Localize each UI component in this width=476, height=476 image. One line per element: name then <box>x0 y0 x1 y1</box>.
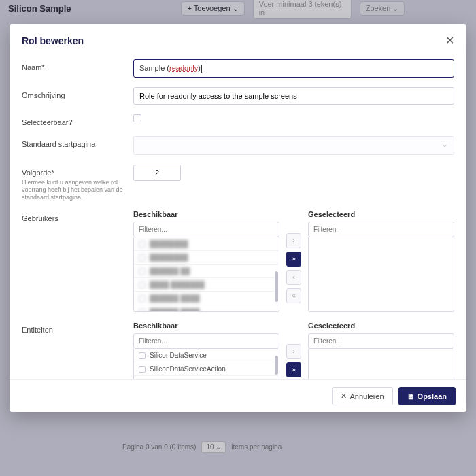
list-item[interactable]: ██████ ████ <box>134 292 279 305</box>
label-default-start: Standaard startpagina <box>22 136 124 148</box>
modal-body: Naam Sample (readonly) Omschrijving Sele… <box>10 54 466 379</box>
entities-dual-list: Beschikbaar SiliconDataService SiliconDa… <box>133 322 454 379</box>
save-button[interactable]: 🗎 Opslaan <box>398 387 456 405</box>
label-selectable: Selecteerbaar? <box>22 114 124 126</box>
modal-title: Rol bewerken <box>22 35 84 46</box>
label-entities: Entiteiten <box>22 322 124 334</box>
users-selected-filter[interactable] <box>308 222 454 237</box>
list-item[interactable]: ████████ <box>134 237 279 251</box>
description-field[interactable] <box>133 87 454 105</box>
entities-selected-title: Geselecteerd <box>308 322 454 330</box>
users-available-list[interactable]: ████████ ████████ ██████ ██ ████ ███████… <box>133 237 279 312</box>
name-typo: readonly <box>169 64 198 72</box>
users-dual-list: Beschikbaar ████████ ████████ ██████ ██ … <box>133 210 454 312</box>
order-field[interactable] <box>133 165 181 181</box>
move-all-left-button[interactable]: « <box>286 288 301 303</box>
entities-selected-list[interactable] <box>308 349 454 379</box>
scrollbar[interactable] <box>275 356 278 375</box>
modal-header: Rol bewerken ✕ <box>10 24 466 54</box>
label-users: Gebruikers <box>22 210 124 222</box>
move-left-button[interactable]: ‹ <box>286 270 301 285</box>
entities-selected-filter[interactable] <box>308 333 454 349</box>
move-right-button[interactable]: › <box>286 344 301 359</box>
list-item[interactable]: ██████ ██ <box>134 265 279 278</box>
move-right-button[interactable]: › <box>286 233 301 248</box>
order-hint: Hiermee kunt u aangeven welke rol voorra… <box>22 179 124 201</box>
edit-role-modal: Rol bewerken ✕ Naam Sample (readonly) Om… <box>10 24 466 412</box>
list-item[interactable]: SiliconDataServiceAction <box>134 362 279 376</box>
users-available-filter[interactable] <box>133 222 279 237</box>
list-item[interactable]: ████████ <box>134 251 279 265</box>
users-selected-title: Geselecteerd <box>308 210 454 218</box>
cancel-button[interactable]: ✕ Annuleren <box>332 387 392 405</box>
entities-available-filter[interactable] <box>133 333 279 349</box>
close-icon[interactable]: ✕ <box>445 34 454 47</box>
modal-footer: ✕ Annuleren 🗎 Opslaan <box>10 379 466 412</box>
label-description: Omschrijving <box>22 87 124 99</box>
entities-transfer-buttons: › » ‹ « <box>286 322 301 379</box>
users-selected-list[interactable] <box>308 237 454 312</box>
users-available-title: Beschikbaar <box>133 210 279 218</box>
scrollbar[interactable] <box>275 271 278 302</box>
label-name: Naam <box>22 59 124 71</box>
name-field[interactable]: Sample (readonly) <box>133 59 454 78</box>
move-all-right-button[interactable]: » <box>286 252 301 267</box>
entities-available-list[interactable]: SiliconDataService SiliconDataServiceAct… <box>133 349 279 379</box>
list-item[interactable]: ██████ ████ <box>134 305 279 312</box>
list-item[interactable]: SiliconDataService <box>134 349 279 362</box>
move-all-right-button[interactable]: » <box>286 362 301 377</box>
list-item[interactable]: ████ ███████ <box>134 278 279 292</box>
list-item[interactable]: SiliconDataServiceQueue <box>134 376 279 379</box>
entities-available-title: Beschikbaar <box>133 322 279 330</box>
selectable-checkbox[interactable] <box>133 114 141 122</box>
default-start-select[interactable] <box>133 136 454 155</box>
label-order: Volgorde <box>22 165 124 177</box>
users-transfer-buttons: › » ‹ « <box>286 210 301 312</box>
